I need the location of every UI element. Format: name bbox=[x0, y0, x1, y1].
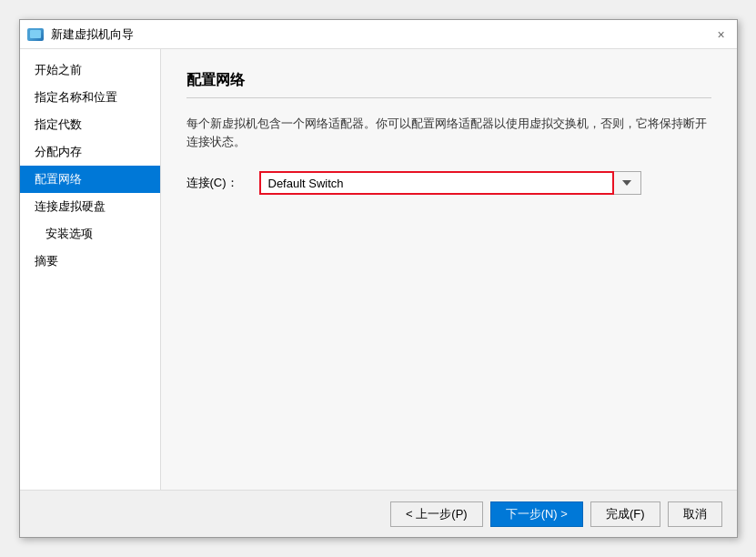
back-button[interactable]: < 上一步(P) bbox=[390, 501, 483, 527]
chevron-down-icon bbox=[622, 180, 631, 186]
window-icon bbox=[27, 28, 44, 41]
sidebar-item-summary[interactable]: 摘要 bbox=[20, 248, 160, 275]
sidebar: 开始之前指定名称和位置指定代数分配内存配置网络连接虚拟硬盘安装选项摘要 bbox=[20, 49, 161, 490]
footer: < 上一步(P) 下一步(N) > 完成(F) 取消 bbox=[20, 490, 737, 537]
close-button[interactable]: × bbox=[713, 26, 730, 43]
connection-row: 连接(C)： Default Switch bbox=[186, 171, 711, 195]
connection-value[interactable]: Default Switch bbox=[259, 171, 614, 195]
sidebar-item-vhd[interactable]: 连接虚拟硬盘 bbox=[20, 193, 160, 220]
section-title: 配置网络 bbox=[186, 71, 711, 98]
next-button[interactable]: 下一步(N) > bbox=[490, 501, 583, 527]
sidebar-item-memory[interactable]: 分配内存 bbox=[20, 138, 160, 166]
window-title: 新建虚拟机向导 bbox=[51, 26, 134, 43]
sidebar-item-generation[interactable]: 指定代数 bbox=[20, 111, 160, 138]
connection-select-wrapper: Default Switch bbox=[259, 171, 641, 195]
main-window: 新建虚拟机向导 × 开始之前指定名称和位置指定代数分配内存配置网络连接虚拟硬盘安… bbox=[19, 19, 738, 538]
sidebar-item-name-location[interactable]: 指定名称和位置 bbox=[20, 84, 160, 111]
description-text: 每个新虚拟机包含一个网络适配器。你可以配置网络适配器以使用虚拟交换机，否则，它将… bbox=[186, 115, 711, 151]
connection-label: 连接(C)： bbox=[186, 175, 250, 191]
window-icon-inner bbox=[30, 30, 41, 38]
sidebar-item-install[interactable]: 安装选项 bbox=[20, 220, 160, 248]
title-bar-left: 新建虚拟机向导 bbox=[27, 26, 134, 43]
cancel-button[interactable]: 取消 bbox=[668, 501, 722, 527]
sidebar-item-before-start[interactable]: 开始之前 bbox=[20, 56, 160, 84]
sidebar-item-network[interactable]: 配置网络 bbox=[20, 166, 160, 193]
title-bar: 新建虚拟机向导 × bbox=[20, 20, 737, 49]
main-panel: 配置网络 每个新虚拟机包含一个网络适配器。你可以配置网络适配器以使用虚拟交换机，… bbox=[161, 49, 737, 490]
finish-button[interactable]: 完成(F) bbox=[590, 501, 660, 527]
connection-dropdown-button[interactable] bbox=[614, 171, 641, 195]
content-area: 开始之前指定名称和位置指定代数分配内存配置网络连接虚拟硬盘安装选项摘要 配置网络… bbox=[20, 49, 737, 490]
